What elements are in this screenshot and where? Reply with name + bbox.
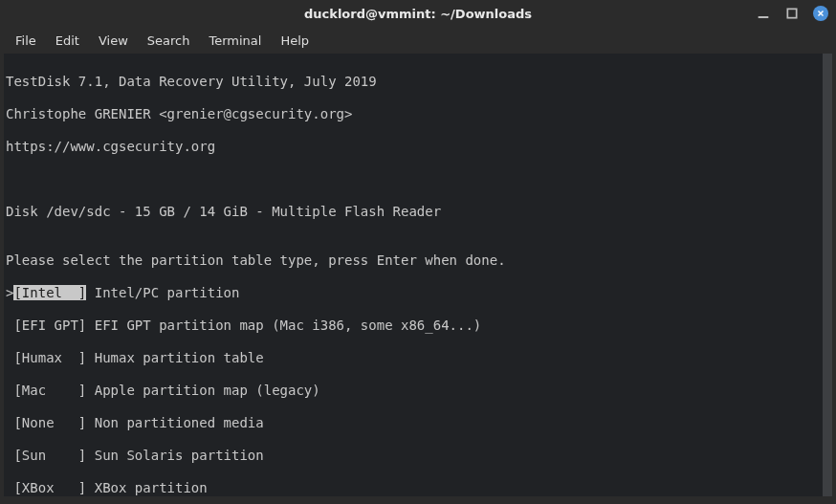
maximize-icon bbox=[784, 6, 800, 21]
option-tag: [Intel ] bbox=[13, 285, 86, 300]
option-efi-gpt[interactable]: [EFI GPT] EFI GPT partition map (Mac i38… bbox=[6, 318, 830, 334]
scrollbar[interactable] bbox=[823, 54, 832, 496]
term-line: Disk /dev/sdc - 15 GB / 14 GiB - Multipl… bbox=[6, 204, 830, 220]
window-controls bbox=[756, 6, 828, 21]
scrollbar-thumb[interactable] bbox=[823, 54, 832, 496]
option-mac[interactable]: [Mac ] Apple partition map (legacy) bbox=[6, 383, 830, 399]
term-line: Christophe GRENIER <grenier@cgsecurity.o… bbox=[6, 106, 830, 122]
menubar: File Edit View Search Terminal Help bbox=[0, 27, 836, 54]
minimize-icon bbox=[756, 6, 771, 21]
menu-terminal[interactable]: Terminal bbox=[201, 30, 269, 52]
svg-rect-1 bbox=[787, 9, 796, 17]
option-sun[interactable]: [Sun ] Sun Solaris partition bbox=[6, 448, 830, 464]
window-title: ducklord@vmmint: ~/Downloads bbox=[304, 7, 532, 21]
term-line: TestDisk 7.1, Data Recovery Utility, Jul… bbox=[6, 74, 830, 90]
option-intel-selected[interactable]: >[Intel ] Intel/PC partition bbox=[6, 285, 830, 301]
option-xbox[interactable]: [XBox ] XBox partition bbox=[6, 480, 830, 496]
term-line: Please select the partition table type, … bbox=[6, 252, 830, 269]
menu-help[interactable]: Help bbox=[273, 30, 317, 52]
menu-view[interactable]: View bbox=[91, 30, 136, 52]
close-icon bbox=[816, 9, 825, 18]
maximize-button[interactable] bbox=[784, 6, 800, 21]
minimize-button[interactable] bbox=[756, 6, 771, 21]
option-humax[interactable]: [Humax ] Humax partition table bbox=[6, 350, 830, 366]
option-label: Intel/PC partition bbox=[86, 285, 239, 300]
window-titlebar: ducklord@vmmint: ~/Downloads bbox=[0, 0, 836, 27]
close-button[interactable] bbox=[813, 6, 828, 21]
term-line: https://www.cgsecurity.org bbox=[6, 139, 830, 155]
terminal-area[interactable]: TestDisk 7.1, Data Recovery Utility, Jul… bbox=[4, 54, 832, 496]
option-none[interactable]: [None ] Non partitioned media bbox=[6, 415, 830, 431]
menu-file[interactable]: File bbox=[8, 30, 44, 52]
menu-edit[interactable]: Edit bbox=[48, 30, 87, 52]
menu-search[interactable]: Search bbox=[140, 30, 198, 52]
